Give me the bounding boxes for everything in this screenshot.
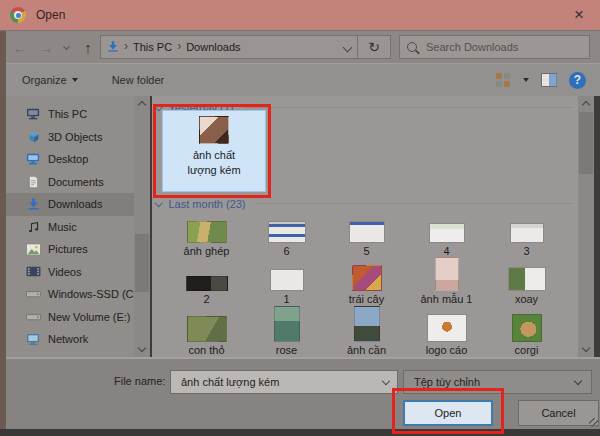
file-item[interactable]: 6 [248, 208, 325, 258]
sidebar-scrollbar[interactable] [134, 96, 150, 357]
file-item[interactable]: corgi [488, 307, 565, 357]
close-icon[interactable]: × [558, 0, 600, 30]
file-item[interactable]: xoay [488, 256, 565, 306]
file-item[interactable]: 5 [328, 208, 405, 258]
file-list-scrollbar[interactable] [578, 96, 594, 357]
file-label: con thỏ [188, 344, 224, 357]
sidebar-item-label: Network [48, 333, 88, 345]
file-grid-row: 21trái câyảnh mẫu 1xoay [168, 256, 565, 306]
search-box[interactable] [399, 35, 590, 59]
search-input[interactable] [424, 40, 582, 54]
file-item[interactable]: ảnh cần [328, 307, 405, 357]
file-name-combo[interactable] [170, 370, 398, 394]
sidebar-item-label: Music [48, 221, 77, 233]
file-thumbnail [186, 276, 228, 291]
breadcrumb-this-pc[interactable]: This PC [133, 41, 172, 53]
refresh-button[interactable]: ↻ [357, 35, 391, 59]
sidebar-item-label: This PC [48, 108, 87, 120]
file-item[interactable]: 2 [168, 256, 245, 306]
breadcrumb-separator: › [177, 39, 181, 53]
navigation-bar: ← → ↑ › This PC › Downloads ↻ [0, 30, 600, 63]
window-edge [0, 429, 600, 436]
file-thumbnail [352, 265, 382, 291]
dialog-footer: File name: Tệp tùy chỉnh Open Cancel [6, 357, 600, 429]
file-name-input[interactable] [179, 375, 379, 389]
drive-icon [26, 309, 41, 324]
file-thumbnail [429, 223, 465, 243]
sidebar-item-this-pc[interactable]: This PC [6, 103, 134, 126]
sidebar-item-music[interactable]: Music [6, 216, 134, 239]
forward-button[interactable]: → [34, 31, 58, 64]
monitor-icon [26, 152, 41, 167]
computer-icon [26, 107, 41, 122]
cube-icon [26, 129, 41, 144]
sidebar-item-label: Videos [48, 266, 81, 278]
sidebar-item-downloads[interactable]: Downloads [6, 193, 134, 216]
file-item[interactable]: rose [248, 307, 325, 357]
combo-dropdown-icon[interactable] [574, 377, 582, 385]
annotation-box-open-button [392, 388, 504, 434]
scroll-down-icon[interactable] [134, 341, 150, 355]
file-item[interactable]: con thỏ [168, 307, 245, 357]
file-label: rose [276, 344, 297, 357]
file-item[interactable]: 3 [488, 208, 565, 258]
file-item[interactable]: trái cây [328, 256, 405, 306]
sidebar-item-label: Pictures [48, 243, 88, 255]
preview-pane-icon[interactable] [541, 73, 557, 87]
back-button[interactable]: ← [8, 31, 32, 64]
cancel-button[interactable]: Cancel [518, 400, 599, 426]
file-label: corgi [515, 344, 539, 357]
sidebar-item-pictures[interactable]: Pictures [6, 238, 134, 261]
file-label: logo cáo [426, 344, 468, 357]
up-button[interactable]: ↑ [76, 31, 100, 64]
file-item[interactable]: logo cáo [408, 307, 485, 357]
breadcrumb-downloads[interactable]: Downloads [186, 41, 240, 53]
view-mode-dropdown-icon[interactable] [523, 78, 529, 82]
scrollbar-thumb[interactable] [135, 234, 149, 292]
sidebar-item-desktop[interactable]: Desktop [6, 148, 134, 171]
resize-grip[interactable] [589, 418, 598, 427]
file-item[interactable]: ảnh mẫu 1 [408, 256, 485, 306]
view-mode-icon[interactable] [496, 73, 511, 88]
collapse-icon[interactable] [155, 199, 163, 207]
address-dropdown-icon[interactable] [344, 41, 351, 53]
help-icon[interactable]: ? [569, 72, 586, 89]
file-thumbnail [187, 221, 227, 243]
recent-locations-icon[interactable] [58, 31, 74, 64]
file-type-value: Tệp tùy chỉnh [414, 376, 480, 388]
sidebar-item-documents[interactable]: Documents [6, 171, 134, 194]
download-icon [26, 197, 41, 212]
file-thumbnail [427, 314, 467, 342]
search-icon [407, 42, 417, 52]
organize-button[interactable]: Organize [12, 64, 88, 96]
scrollbar-thumb[interactable] [579, 112, 593, 174]
scroll-down-icon[interactable] [578, 341, 594, 355]
sidebar-item-network[interactable]: Network [6, 328, 134, 351]
address-bar[interactable]: › This PC › Downloads [100, 35, 358, 59]
sidebar-item-3d-objects[interactable]: 3D Objects [6, 126, 134, 149]
new-folder-label: New folder [112, 74, 165, 86]
group-divider [255, 203, 572, 204]
file-grid-row: ảnh ghép6543 [168, 208, 565, 258]
file-item[interactable]: 1 [248, 256, 325, 306]
sidebar-item-windows-ssd-c[interactable]: Windows-SSD (C: [6, 283, 134, 306]
sidebar-item-label: Desktop [48, 153, 88, 165]
sidebar-item-videos[interactable]: Videos [6, 261, 134, 284]
scroll-up-icon[interactable] [578, 98, 594, 112]
new-folder-button[interactable]: New folder [102, 64, 175, 96]
combo-dropdown-icon[interactable] [382, 377, 390, 385]
title-bar: Open × [0, 0, 600, 30]
music-icon [26, 219, 41, 234]
sidebar-item-new-volume-e[interactable]: New Volume (E:) [6, 306, 134, 329]
file-item[interactable]: 4 [408, 208, 485, 258]
file-thumbnail [187, 316, 227, 342]
scroll-up-icon[interactable] [134, 98, 150, 112]
file-item[interactable]: ảnh ghép [168, 208, 245, 258]
group-divider [243, 107, 572, 108]
file-thumbnail [354, 306, 380, 342]
dropdown-arrow-icon [72, 78, 78, 82]
sidebar-item-label: Downloads [48, 198, 102, 210]
window-title: Open [36, 8, 65, 22]
file-label: trái cây [349, 293, 384, 306]
sidebar-item-label: 3D Objects [48, 131, 102, 143]
